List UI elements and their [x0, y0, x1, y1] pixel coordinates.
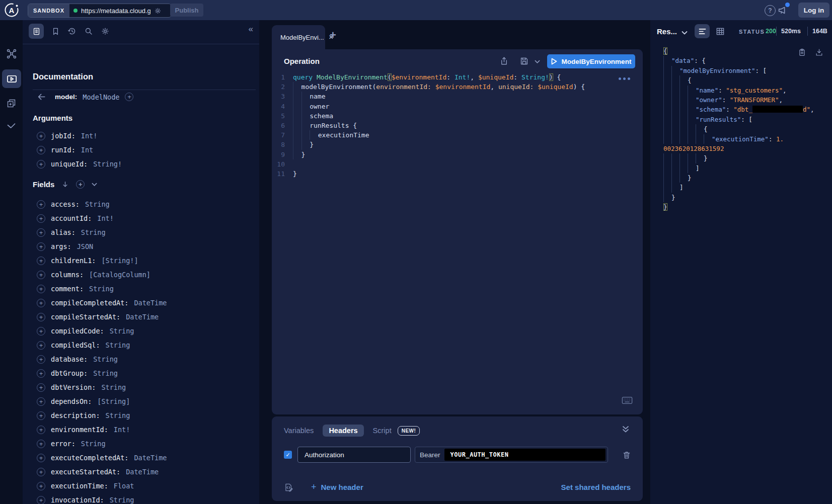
field-type[interactable]: String: [110, 327, 134, 335]
environment-variables-icon[interactable]: [284, 482, 293, 492]
add-field-button[interactable]: +: [37, 468, 45, 476]
explorer-settings-gear-icon[interactable]: [101, 27, 110, 36]
add-field-button[interactable]: +: [37, 411, 45, 420]
add-field-button[interactable]: +: [37, 397, 45, 406]
field-name[interactable]: alias:: [51, 228, 75, 236]
keyboard-shortcuts-icon[interactable]: [622, 396, 633, 404]
field-type[interactable]: [String!]: [101, 257, 138, 265]
add-model-button[interactable]: +: [125, 93, 133, 101]
add-field-button[interactable]: +: [37, 285, 45, 293]
add-field-button[interactable]: +: [37, 146, 45, 154]
field-name[interactable]: database:: [51, 355, 88, 363]
model-type[interactable]: ModelNode: [83, 93, 119, 101]
endpoint-settings-gear-icon[interactable]: [154, 7, 162, 15]
field-name[interactable]: executeStartedAt:: [51, 468, 120, 476]
fields-options-chevron-icon[interactable]: [92, 183, 97, 187]
add-field-button[interactable]: +: [37, 454, 45, 462]
field-name[interactable]: childrenL1:: [51, 257, 96, 265]
field-name[interactable]: args:: [51, 242, 71, 250]
field-type[interactable]: String: [106, 411, 130, 419]
add-field-button[interactable]: +: [37, 228, 45, 237]
field-name[interactable]: description:: [51, 411, 100, 419]
login-button[interactable]: Log in: [798, 3, 829, 18]
delete-header-icon[interactable]: [622, 450, 631, 460]
field-type[interactable]: Int!: [97, 214, 114, 222]
save-operation-icon[interactable]: [519, 56, 529, 66]
operation-editor[interactable]: 1query ModelByEnvironment($environmentId…: [272, 72, 636, 179]
tab-variables[interactable]: Variables: [284, 427, 314, 435]
collapse-panel-chevrons-icon[interactable]: [622, 426, 630, 433]
saved-operations-bookmark-icon[interactable]: [51, 27, 60, 36]
add-field-button[interactable]: +: [37, 426, 45, 434]
add-field-button[interactable]: +: [37, 369, 45, 378]
operation-tab[interactable]: ModelByEnvi... ✕: [272, 25, 325, 49]
field-name[interactable]: comment:: [51, 285, 84, 293]
search-icon[interactable]: [84, 27, 93, 36]
apollo-logo-icon[interactable]: A: [4, 3, 19, 18]
field-name[interactable]: executionTime:: [51, 482, 108, 490]
back-arrow-icon[interactable]: [37, 92, 46, 102]
response-raw-view-icon[interactable]: [695, 24, 710, 38]
endpoint-url-input[interactable]: https://metadata.cloud.get: [69, 4, 171, 17]
publish-button[interactable]: Publish: [170, 4, 203, 17]
new-tab-button[interactable]: +: [330, 29, 336, 42]
docs-tab-icon[interactable]: [29, 24, 44, 39]
header-enabled-checkbox[interactable]: ✓: [284, 451, 292, 459]
field-type[interactable]: String: [81, 228, 106, 236]
set-shared-headers-link[interactable]: Set shared headers: [561, 483, 631, 491]
field-type[interactable]: [String]: [97, 397, 130, 405]
field-type[interactable]: [CatalogColumn]: [89, 271, 150, 279]
add-field-button[interactable]: +: [37, 271, 45, 279]
response-table-view-icon[interactable]: [713, 24, 728, 38]
share-operation-icon[interactable]: [499, 56, 509, 66]
field-name[interactable]: columns:: [51, 271, 84, 279]
header-name-input[interactable]: Authorization: [297, 447, 411, 463]
checks-icon[interactable]: [6, 121, 17, 131]
add-field-button[interactable]: +: [37, 160, 45, 169]
help-button[interactable]: ?: [765, 5, 776, 16]
add-field-button[interactable]: +: [37, 299, 45, 307]
schema-diff-icon[interactable]: [6, 98, 17, 109]
schema-graph-icon[interactable]: [6, 48, 17, 59]
add-field-button[interactable]: +: [37, 355, 45, 364]
add-field-button[interactable]: +: [37, 383, 45, 392]
field-type[interactable]: String: [85, 200, 110, 208]
field-name[interactable]: executeCompletedAt:: [51, 454, 128, 462]
field-name[interactable]: runId:: [51, 146, 75, 154]
add-field-button[interactable]: +: [37, 440, 45, 448]
response-title[interactable]: Res...: [657, 27, 677, 36]
field-type[interactable]: DateTime: [134, 454, 167, 462]
field-name[interactable]: dbtVersion:: [51, 383, 96, 391]
field-type[interactable]: DateTime: [126, 468, 159, 476]
field-type[interactable]: JSON: [77, 242, 94, 250]
field-type[interactable]: String: [93, 369, 118, 377]
field-type[interactable]: String!: [93, 160, 122, 168]
add-field-button[interactable]: +: [37, 482, 45, 490]
field-type[interactable]: String: [81, 440, 106, 448]
field-name[interactable]: compileStartedAt:: [51, 313, 120, 321]
add-field-button[interactable]: +: [37, 242, 45, 251]
add-all-fields-button[interactable]: +: [76, 180, 85, 189]
field-name[interactable]: accountId:: [51, 214, 92, 222]
field-type[interactable]: String: [89, 285, 114, 293]
field-name[interactable]: dependsOn:: [51, 397, 92, 405]
history-icon[interactable]: [67, 27, 77, 36]
field-name[interactable]: uniqueId:: [51, 160, 88, 168]
field-type[interactable]: DateTime: [126, 313, 159, 321]
run-operation-button[interactable]: ModelByEnvironment: [547, 54, 635, 68]
field-name[interactable]: access:: [51, 200, 80, 208]
field-name[interactable]: compileCompletedAt:: [51, 299, 128, 307]
field-type[interactable]: DateTime: [134, 299, 167, 307]
add-field-button[interactable]: +: [37, 214, 45, 223]
field-type[interactable]: String: [101, 383, 126, 391]
field-name[interactable]: compiledSql:: [51, 341, 100, 349]
collapse-docs-icon[interactable]: «: [249, 24, 253, 34]
field-name[interactable]: environmentId:: [51, 426, 108, 434]
add-field-button[interactable]: +: [37, 200, 45, 209]
field-type[interactable]: Int: [81, 146, 93, 154]
field-name[interactable]: invocationId:: [51, 496, 104, 504]
editor-overflow-menu-icon[interactable]: [619, 77, 630, 80]
add-field-button[interactable]: +: [37, 496, 45, 504]
field-name[interactable]: compiledCode:: [51, 327, 104, 335]
field-type[interactable]: Int!: [114, 426, 130, 434]
